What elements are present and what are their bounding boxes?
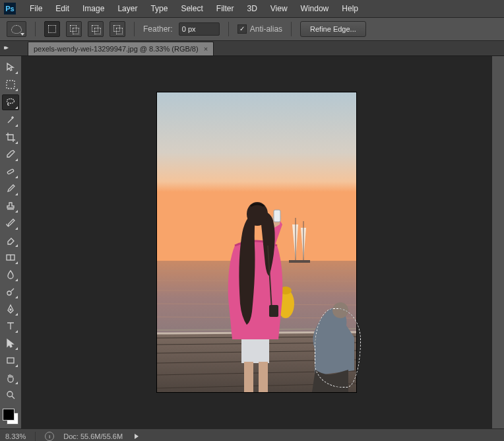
svg-point-16 [7, 391, 13, 397]
tool-eraser[interactable] [3, 233, 18, 248]
foreground-color-swatch[interactable] [3, 409, 15, 421]
menu-image[interactable]: Image [77, 0, 110, 17]
divider [134, 22, 135, 36]
selection-subtract[interactable] [88, 21, 104, 37]
svg-rect-6 [7, 169, 15, 174]
menu-view[interactable]: View [265, 0, 294, 17]
tool-blur[interactable] [3, 267, 18, 282]
document-tab-strip: ▸▸ pexels-wendy-wei-13299947.jpg @ 8.33%… [0, 41, 504, 56]
app-logo: Ps [4, 3, 16, 15]
brush-icon [5, 184, 16, 194]
svg-line-17 [12, 396, 15, 399]
menu-bar: Ps File Edit Image Layer Type Select Fil… [0, 0, 504, 18]
menu-help[interactable]: Help [336, 0, 364, 17]
svg-rect-43 [244, 362, 253, 392]
arrow-icon [5, 338, 16, 349]
svg-rect-18 [157, 92, 356, 264]
lasso-icon [11, 25, 22, 34]
gradient-icon [5, 252, 16, 263]
canvas-area[interactable] [22, 56, 491, 428]
close-tab-icon[interactable]: × [204, 45, 208, 53]
svg-line-12 [11, 288, 14, 291]
tool-rectangle[interactable] [3, 353, 18, 368]
svg-rect-44 [259, 362, 268, 392]
selection-new[interactable] [44, 21, 60, 37]
move-icon [5, 62, 16, 73]
bandage-icon [5, 166, 16, 177]
tool-path-select[interactable] [3, 336, 18, 351]
color-swatches[interactable] [3, 409, 18, 424]
checkbox-icon [237, 24, 247, 34]
info-icon[interactable]: i [45, 432, 54, 441]
menu-file[interactable]: File [24, 0, 48, 17]
tool-zoom[interactable] [3, 388, 18, 402]
zoom-level[interactable]: 8.33% [5, 432, 26, 440]
tool-crop[interactable] [3, 130, 18, 145]
tool-healing-brush[interactable] [3, 164, 18, 179]
selection-intersect[interactable] [110, 21, 125, 37]
svg-rect-48 [269, 305, 278, 317]
history-brush-icon [5, 218, 16, 228]
marquee-icon [5, 79, 16, 90]
tool-move[interactable] [3, 60, 18, 75]
menu-3d[interactable]: 3D [241, 0, 263, 17]
eyedropper-icon [5, 149, 16, 160]
right-panel-gutter[interactable] [491, 56, 504, 428]
document-tab-title: pexels-wendy-wei-13299947.jpg @ 8.33% (R… [34, 45, 199, 53]
divider [35, 22, 36, 36]
chevron-down-icon [20, 33, 24, 36]
svg-marker-0 [7, 63, 13, 71]
tool-marquee[interactable] [3, 77, 18, 92]
feather-input[interactable]: 0 px [179, 22, 220, 36]
zoom-icon [5, 390, 16, 400]
tools-panel [0, 56, 22, 428]
menu-layer[interactable]: Layer [111, 0, 143, 17]
svg-rect-29 [289, 260, 310, 263]
pen-icon [5, 304, 16, 314]
svg-rect-1 [7, 81, 15, 88]
menu-select[interactable]: Select [175, 0, 208, 17]
doc-size-value: 55.6M/55.6M [80, 432, 123, 440]
tool-eyedropper[interactable] [3, 147, 18, 162]
selection-add[interactable] [66, 21, 82, 37]
svg-marker-14 [7, 339, 13, 347]
crop-icon [5, 132, 16, 143]
svg-marker-8 [8, 238, 14, 244]
current-tool-preset[interactable] [7, 21, 26, 37]
stamp-icon [5, 201, 16, 211]
selection-outline [315, 308, 361, 388]
tool-lasso[interactable] [2, 94, 19, 110]
menu-type[interactable]: Type [144, 0, 173, 17]
dodge-icon [5, 287, 16, 297]
svg-rect-45 [274, 210, 280, 222]
expand-panels-icon[interactable]: ▸▸ [4, 44, 7, 51]
lasso-icon [5, 97, 16, 108]
rectangle-icon [5, 355, 16, 366]
divider [291, 22, 292, 36]
tool-clone-stamp[interactable] [3, 199, 18, 213]
tool-pen[interactable] [3, 302, 18, 316]
tool-history-brush[interactable] [3, 216, 18, 230]
tool-brush[interactable] [3, 182, 18, 196]
tool-dodge[interactable] [3, 285, 18, 299]
droplet-icon [5, 269, 16, 280]
work-area [0, 56, 504, 428]
tool-hand[interactable] [3, 370, 18, 385]
menu-filter[interactable]: Filter [210, 0, 240, 17]
tool-gradient[interactable] [3, 250, 18, 265]
type-icon [5, 321, 16, 331]
tool-magic-wand[interactable] [3, 113, 18, 127]
anti-alias-label: Anti-alias [250, 24, 282, 34]
svg-point-2 [7, 99, 15, 104]
status-menu-icon[interactable] [135, 434, 139, 439]
refine-edge-button[interactable]: Refine Edge... [300, 21, 366, 37]
anti-alias-checkbox[interactable]: Anti-alias [237, 24, 282, 34]
tool-type[interactable] [3, 319, 18, 333]
hand-icon [5, 372, 16, 383]
divider [228, 22, 229, 36]
document-tab[interactable]: pexels-wendy-wei-13299947.jpg @ 8.33% (R… [28, 42, 214, 55]
menu-edit[interactable]: Edit [49, 0, 75, 17]
menu-window[interactable]: Window [295, 0, 335, 17]
svg-point-46 [247, 202, 268, 226]
status-bar: 8.33% i Doc: 55.6M/55.6M [0, 428, 504, 441]
